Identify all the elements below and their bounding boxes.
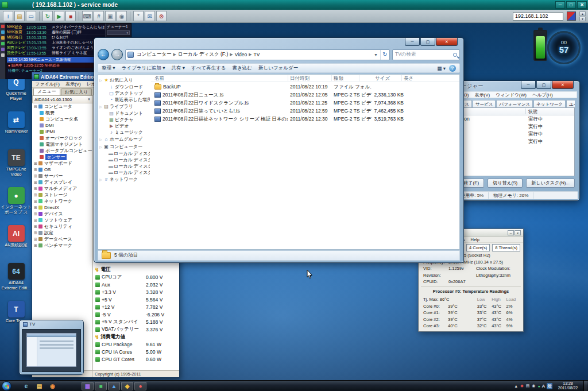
tree-expand-icon[interactable]: ⊞ <box>34 224 37 229</box>
epg-recording-row[interactable]: ● 録画中 13:05-13:55 NHK総合 <box>7 63 106 68</box>
sidebar-section-favorites[interactable]: ▷★お気に入り <box>98 76 150 84</box>
ime-input-mode[interactable]: A <box>542 384 545 389</box>
show-desktop-button[interactable] <box>583 381 587 391</box>
view-button[interactable]: ▦ ▾ <box>437 65 446 71</box>
button-N[interactable]: 新しいタスク(N)... <box>526 179 575 188</box>
table-row[interactable]: 2011年08月22日笑っていいとも!.ts2011/08/22 12:59MP… <box>151 107 459 115</box>
aida64-version-box[interactable]: AIDA64 v1.60.1300▼ <box>32 95 93 103</box>
sidebar-item[interactable]: ▬ローカル ディスク (F:) <box>98 169 150 176</box>
sensor-row[interactable]: Aux2.032 V <box>93 281 179 288</box>
sidebar-item[interactable]: ▬ローカル ディスク (C:) <box>98 150 150 157</box>
tree-item[interactable]: IPMI <box>32 129 92 135</box>
taskbar-app-4-icon[interactable]: ◆ <box>121 382 133 390</box>
menu-item[interactable]: 表示(V) <box>471 92 493 98</box>
taskbar-explorer-icon[interactable]: ▤ <box>33 382 45 390</box>
tree-expand-icon[interactable]: ⊞ <box>34 218 37 223</box>
desktop-icon[interactable]: TETMPGEnc Video Mastering Wo... <box>1 149 32 186</box>
command-bar-button[interactable]: 新しいフォルダー <box>258 65 298 72</box>
button-S[interactable]: 切り替え(S) <box>488 179 523 188</box>
tree-expand-icon[interactable]: ⊞ <box>34 193 37 198</box>
file-transfer-icon[interactable]: ▤ <box>14 11 25 21</box>
menu-item[interactable]: 表示(V) <box>63 81 84 87</box>
tree-expand-icon[interactable]: ⊞ <box>34 237 37 242</box>
start-button[interactable] <box>2 381 11 391</box>
sidebar-item[interactable]: ◔最近表示した場所 <box>98 96 150 103</box>
desktop-icon[interactable]: AIAI-接続設定 <box>1 225 32 262</box>
tree-expand-icon[interactable]: ⊞ <box>34 180 37 185</box>
sensor-row[interactable]: CPUコア0.800 V <box>93 273 179 281</box>
threads-selector[interactable]: 8 Thread(s) <box>492 244 520 251</box>
close-button[interactable]: ✕ <box>577 1 587 9</box>
sensor-row[interactable]: +3.3 V3.328 V <box>93 288 179 296</box>
tree-expand-icon[interactable]: ⊟ <box>34 104 37 109</box>
tray-network-icon[interactable]: ▤ <box>526 384 530 388</box>
tree-expand-icon[interactable]: ⊞ <box>34 212 37 216</box>
minimize-button[interactable]: ─ <box>508 230 514 235</box>
sidebar-item[interactable]: ↓ダウンロード <box>98 84 150 90</box>
sensor-row[interactable]: CPU Package9.61 W <box>93 340 179 348</box>
command-bar-button[interactable]: 書き込む <box>233 65 252 72</box>
tab-5[interactable]: ユーザー <box>566 100 575 107</box>
settings-icon[interactable]: * <box>133 11 144 21</box>
sensor-row[interactable]: +12 V7.782 V <box>93 303 179 311</box>
tree-expand-icon[interactable]: ⊞ <box>34 231 37 235</box>
sidebar-item[interactable]: ▶ビデオ <box>98 123 150 129</box>
tray-antivirus-icon[interactable]: ● <box>537 384 540 388</box>
cpu-meter-gadget[interactable]: 00 57 <box>547 31 581 64</box>
column-header[interactable]: 日付時刻 <box>290 75 310 82</box>
tray-app-red-icon[interactable]: ◆ <box>520 384 523 388</box>
minimize-button[interactable]: ─ <box>555 1 565 9</box>
column-header[interactable]: 種類 <box>334 75 343 82</box>
menu-item[interactable]: ヘルプ(H) <box>529 92 556 98</box>
epg-row[interactable]: ABCテレビ13:20-13:55上沼恵美子のおしゃべりクッキング <box>7 40 106 45</box>
tree-item[interactable]: ⊞OS <box>32 167 92 173</box>
tree-item[interactable]: コンピュータ名 <box>32 116 92 122</box>
desktop-icon[interactable]: 64AIDA64 Extreme Editi... <box>1 263 32 300</box>
search-input[interactable]: TVの検索 <box>392 49 460 60</box>
tree-item[interactable]: DMI <box>32 122 92 129</box>
keyboard-icon[interactable]: ⌨ <box>82 11 92 21</box>
maximize-button[interactable]: ▢ <box>536 81 551 89</box>
taskbar-clock[interactable]: 13:28 2011/08/22 <box>554 381 582 391</box>
cores-selector[interactable]: 4 Core(s) <box>466 244 490 251</box>
taskbar-internet-explorer-icon[interactable]: e <box>20 382 32 390</box>
sidebar-item[interactable]: ▤ドキュメント <box>98 110 150 117</box>
tv-record-icon[interactable] <box>1 25 5 28</box>
breadcrumb-item[interactable]: TV <box>252 52 262 57</box>
tray-volume-icon[interactable]: ◉ <box>532 384 535 388</box>
taskbar-app-5-icon[interactable]: ● <box>134 382 146 390</box>
column-header[interactable]: サイズ <box>375 75 390 82</box>
tree-expand-icon[interactable]: ⊞ <box>34 174 37 179</box>
tv-play-icon[interactable] <box>1 42 5 45</box>
sensor-row[interactable]: CPU IA Cores5.00 W <box>93 348 179 355</box>
screenshot-icon[interactable]: ◉ <box>117 11 127 21</box>
tree-item[interactable]: ⊞データベース <box>32 236 92 242</box>
taskbar-app-2-icon[interactable]: ■ <box>95 382 107 390</box>
sidebar-section-network[interactable]: ▷#ネットワーク <box>98 176 150 183</box>
ime-conversion-mode[interactable]: 般 <box>547 383 552 389</box>
tree-item[interactable]: ⊞ネットワーク <box>32 198 92 204</box>
tree-expand-icon[interactable]: ⊞ <box>34 199 37 204</box>
minimize-button[interactable]: ─ <box>405 38 420 46</box>
tree-expand-icon[interactable]: ⊞ <box>34 161 37 166</box>
disconnect-icon[interactable]: ⊗ <box>156 11 167 21</box>
tab-favorites[interactable]: お気に入り <box>61 88 92 95</box>
clipboard-icon[interactable]: ▣ <box>105 11 115 21</box>
sidebar-item[interactable]: ▦ピクチャ <box>98 117 150 123</box>
sensor-row[interactable]: +5 V5.564 V <box>93 296 179 303</box>
remote-desktop-icon[interactable]: ▭ <box>26 11 36 21</box>
ctrl-alt-del-icon[interactable]: # <box>94 11 104 21</box>
close-button[interactable]: ✕ <box>552 81 574 89</box>
tree-item[interactable]: ⊞ベンチマーク <box>32 242 92 249</box>
minimize-button[interactable]: ─ <box>521 81 536 89</box>
vnc-address-input[interactable] <box>513 12 563 21</box>
menu-item[interactable]: ウィンドウ(W) <box>493 92 529 98</box>
start-session-icon[interactable]: ▶ <box>54 11 64 21</box>
maximize-button[interactable]: ▢ <box>420 38 435 46</box>
tree-item[interactable]: センサー <box>32 154 92 160</box>
chevron-down-icon[interactable]: ▼ <box>372 53 380 57</box>
breadcrumb[interactable]: コンピューター▶ローカル ディスク (F:)▶Video▶TV ▼ ↻ <box>125 49 390 60</box>
tree-item[interactable]: ⊞ストレージ <box>32 192 92 198</box>
epg-row[interactable]: 読売テレビ11:55-13:55情報ライブ ミヤネ屋 <box>7 51 106 56</box>
taskbar-app-3-icon[interactable]: ▲ <box>108 382 120 390</box>
